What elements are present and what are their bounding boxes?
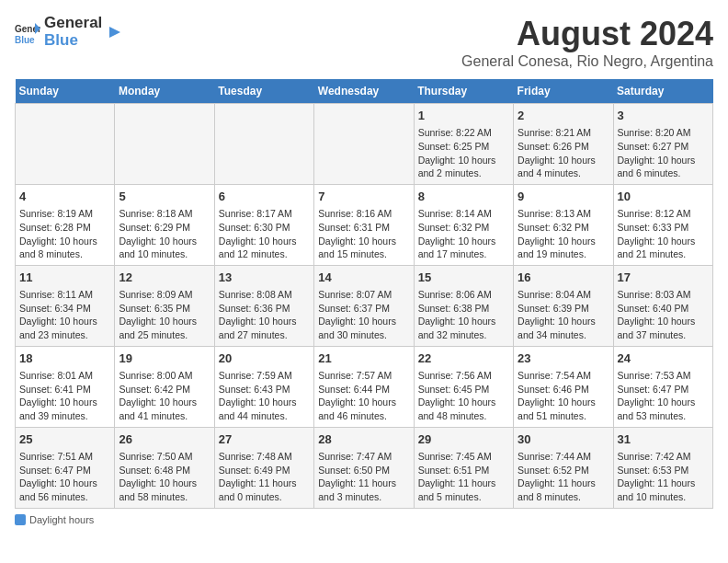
day-number: 31 [618, 431, 709, 448]
day-cell: 11Sunrise: 8:11 AM Sunset: 6:34 PM Dayli… [16, 265, 115, 346]
day-info: Sunrise: 8:08 AM Sunset: 6:36 PM Dayligh… [219, 288, 310, 342]
day-number: 20 [219, 350, 310, 367]
day-info: Sunrise: 7:47 AM Sunset: 6:50 PM Dayligh… [318, 450, 409, 504]
day-cell: 13Sunrise: 8:08 AM Sunset: 6:36 PM Dayli… [214, 265, 313, 346]
day-info: Sunrise: 8:14 AM Sunset: 6:32 PM Dayligh… [418, 207, 509, 261]
day-number: 4 [19, 189, 110, 205]
day-cell: 2Sunrise: 8:21 AM Sunset: 6:26 PM Daylig… [514, 104, 613, 185]
day-info: Sunrise: 8:12 AM Sunset: 6:33 PM Dayligh… [618, 207, 709, 261]
col-header-sunday: Sunday [16, 79, 115, 104]
day-info: Sunrise: 8:03 AM Sunset: 6:40 PM Dayligh… [618, 288, 709, 342]
svg-text:Blue: Blue [15, 35, 35, 45]
logo: General Blue General Blue [15, 15, 124, 49]
day-number: 22 [418, 350, 509, 367]
day-number: 10 [618, 189, 709, 205]
day-number: 23 [518, 350, 609, 367]
day-cell: 1Sunrise: 8:22 AM Sunset: 6:25 PM Daylig… [414, 104, 513, 185]
day-number: 29 [418, 431, 509, 448]
col-header-friday: Friday [514, 79, 613, 104]
day-info: Sunrise: 8:16 AM Sunset: 6:31 PM Dayligh… [318, 207, 409, 261]
week-row-2: 4Sunrise: 8:19 AM Sunset: 6:28 PM Daylig… [16, 184, 713, 265]
day-number: 12 [119, 270, 210, 286]
day-cell: 12Sunrise: 8:09 AM Sunset: 6:35 PM Dayli… [115, 265, 214, 346]
day-info: Sunrise: 8:04 AM Sunset: 6:39 PM Dayligh… [518, 288, 609, 342]
day-number: 8 [418, 189, 509, 205]
day-cell: 28Sunrise: 7:47 AM Sunset: 6:50 PM Dayli… [314, 427, 414, 508]
day-cell [115, 104, 214, 185]
day-number: 15 [418, 270, 509, 286]
page-header: General Blue General Blue August 2024 Ge… [15, 15, 713, 70]
day-cell: 3Sunrise: 8:20 AM Sunset: 6:27 PM Daylig… [613, 104, 712, 185]
day-info: Sunrise: 8:01 AM Sunset: 6:41 PM Dayligh… [19, 369, 110, 423]
day-info: Sunrise: 7:45 AM Sunset: 6:51 PM Dayligh… [418, 450, 509, 504]
header-row: SundayMondayTuesdayWednesdayThursdayFrid… [16, 79, 713, 104]
legend-color-box [15, 514, 26, 525]
day-cell: 16Sunrise: 8:04 AM Sunset: 6:39 PM Dayli… [514, 265, 613, 346]
day-cell: 15Sunrise: 8:06 AM Sunset: 6:38 PM Dayli… [414, 265, 513, 346]
col-header-wednesday: Wednesday [314, 79, 414, 104]
day-info: Sunrise: 8:13 AM Sunset: 6:32 PM Dayligh… [518, 207, 609, 261]
day-info: Sunrise: 7:54 AM Sunset: 6:46 PM Dayligh… [518, 369, 609, 423]
week-row-4: 18Sunrise: 8:01 AM Sunset: 6:41 PM Dayli… [16, 346, 713, 427]
page-subtitle: General Conesa, Rio Negro, Argentina [461, 53, 713, 70]
day-info: Sunrise: 7:57 AM Sunset: 6:44 PM Dayligh… [318, 369, 409, 423]
legend-label: Daylight hours [29, 514, 94, 525]
day-info: Sunrise: 7:53 AM Sunset: 6:47 PM Dayligh… [618, 369, 709, 423]
day-number: 16 [518, 270, 609, 286]
day-number: 28 [318, 431, 409, 448]
day-info: Sunrise: 7:51 AM Sunset: 6:47 PM Dayligh… [19, 450, 110, 504]
week-row-1: 1Sunrise: 8:22 AM Sunset: 6:25 PM Daylig… [16, 104, 713, 185]
day-cell: 20Sunrise: 7:59 AM Sunset: 6:43 PM Dayli… [214, 346, 313, 427]
calendar-header: SundayMondayTuesdayWednesdayThursdayFrid… [16, 79, 713, 104]
day-info: Sunrise: 8:21 AM Sunset: 6:26 PM Dayligh… [518, 126, 609, 180]
day-cell: 25Sunrise: 7:51 AM Sunset: 6:47 PM Dayli… [16, 427, 115, 508]
day-number: 3 [618, 108, 709, 124]
day-number: 1 [418, 108, 509, 124]
logo-blue-text: Blue [44, 32, 102, 50]
day-cell: 17Sunrise: 8:03 AM Sunset: 6:40 PM Dayli… [613, 265, 712, 346]
week-row-5: 25Sunrise: 7:51 AM Sunset: 6:47 PM Dayli… [16, 427, 713, 508]
day-cell: 29Sunrise: 7:45 AM Sunset: 6:51 PM Dayli… [414, 427, 513, 508]
day-number: 18 [19, 350, 110, 367]
day-info: Sunrise: 8:11 AM Sunset: 6:34 PM Dayligh… [19, 288, 110, 342]
day-info: Sunrise: 8:22 AM Sunset: 6:25 PM Dayligh… [418, 126, 509, 180]
day-cell: 8Sunrise: 8:14 AM Sunset: 6:32 PM Daylig… [414, 184, 513, 265]
day-cell: 10Sunrise: 8:12 AM Sunset: 6:33 PM Dayli… [613, 184, 712, 265]
day-cell: 18Sunrise: 8:01 AM Sunset: 6:41 PM Dayli… [16, 346, 115, 427]
day-number: 30 [518, 431, 609, 448]
calendar-body: 1Sunrise: 8:22 AM Sunset: 6:25 PM Daylig… [16, 104, 713, 509]
day-number: 13 [219, 270, 310, 286]
day-info: Sunrise: 7:59 AM Sunset: 6:43 PM Dayligh… [219, 369, 310, 423]
day-cell [16, 104, 115, 185]
day-cell [314, 104, 414, 185]
day-number: 6 [219, 189, 310, 205]
day-info: Sunrise: 7:42 AM Sunset: 6:53 PM Dayligh… [618, 450, 709, 504]
page-title: August 2024 [461, 15, 713, 53]
day-info: Sunrise: 8:18 AM Sunset: 6:29 PM Dayligh… [119, 207, 210, 261]
day-number: 24 [618, 350, 709, 367]
day-number: 2 [518, 108, 609, 124]
day-cell: 31Sunrise: 7:42 AM Sunset: 6:53 PM Dayli… [613, 427, 712, 508]
day-number: 9 [518, 189, 609, 205]
day-number: 27 [219, 431, 310, 448]
day-info: Sunrise: 7:48 AM Sunset: 6:49 PM Dayligh… [219, 450, 310, 504]
day-number: 5 [119, 189, 210, 205]
svg-marker-3 [109, 27, 120, 38]
day-number: 17 [618, 270, 709, 286]
day-number: 14 [318, 270, 409, 286]
logo-arrow-icon [106, 23, 124, 41]
day-info: Sunrise: 8:06 AM Sunset: 6:38 PM Dayligh… [418, 288, 509, 342]
day-cell: 23Sunrise: 7:54 AM Sunset: 6:46 PM Dayli… [514, 346, 613, 427]
day-cell: 4Sunrise: 8:19 AM Sunset: 6:28 PM Daylig… [16, 184, 115, 265]
legend-item: Daylight hours [15, 514, 94, 525]
day-info: Sunrise: 8:20 AM Sunset: 6:27 PM Dayligh… [618, 126, 709, 180]
day-number: 26 [119, 431, 210, 448]
day-cell [214, 104, 313, 185]
day-number: 7 [318, 189, 409, 205]
day-cell: 24Sunrise: 7:53 AM Sunset: 6:47 PM Dayli… [613, 346, 712, 427]
day-info: Sunrise: 8:00 AM Sunset: 6:42 PM Dayligh… [119, 369, 210, 423]
day-cell: 30Sunrise: 7:44 AM Sunset: 6:52 PM Dayli… [514, 427, 613, 508]
logo-general-text: General [44, 15, 102, 32]
day-number: 21 [318, 350, 409, 367]
col-header-saturday: Saturday [613, 79, 712, 104]
